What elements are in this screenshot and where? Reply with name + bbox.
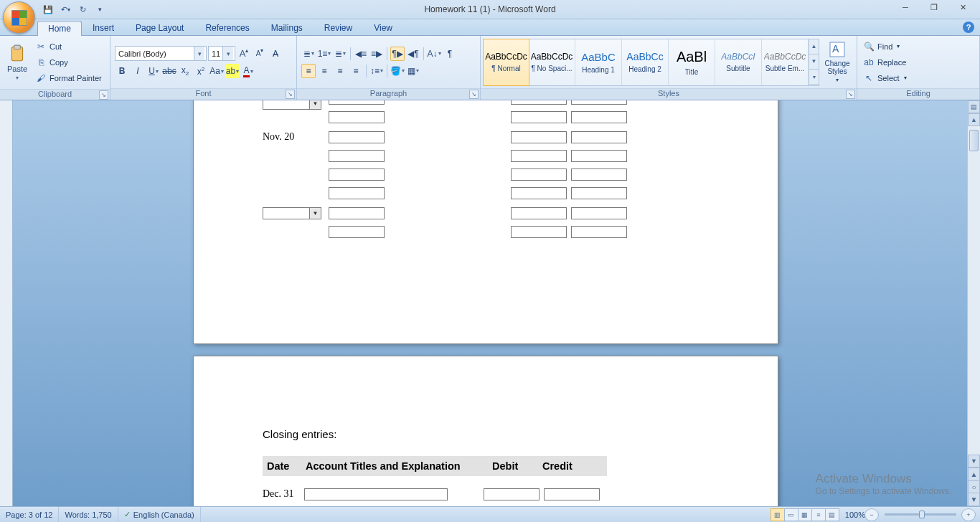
justify-button[interactable]: ≡ <box>349 64 363 78</box>
scroll-down-button[interactable]: ▼ <box>968 455 980 468</box>
format-painter-button[interactable]: 🖌Format Painter <box>32 70 105 86</box>
rtl-button[interactable]: ◀¶ <box>406 47 420 61</box>
qat-customize[interactable]: ▾ <box>92 2 108 16</box>
gallery-down[interactable]: ▼ <box>809 54 819 70</box>
view-print-layout[interactable]: ▥ <box>771 508 785 521</box>
zoom-level[interactable]: 100% <box>845 511 865 519</box>
copy-button[interactable]: ⎘Copy <box>32 54 105 70</box>
view-full-screen[interactable]: ▭ <box>784 508 798 521</box>
browse-object-button[interactable]: ○ <box>968 481 980 494</box>
borders-button[interactable]: ▦ <box>406 64 420 78</box>
qat-save[interactable]: 💾 <box>40 2 56 16</box>
shrink-font-button[interactable]: A▾ <box>253 47 267 61</box>
increase-indent-button[interactable]: ≡▶ <box>369 47 384 61</box>
form-field[interactable] <box>329 150 385 162</box>
form-field[interactable] <box>329 111 385 123</box>
replace-button[interactable]: abReplace <box>859 54 910 70</box>
tab-view[interactable]: View <box>363 20 403 35</box>
form-field[interactable] <box>511 226 567 238</box>
shading-button[interactable]: 🪣 <box>390 64 405 78</box>
font-size-combo[interactable]: 11 <box>208 46 235 61</box>
zoom-out-button[interactable]: − <box>864 508 879 521</box>
underline-button[interactable]: U <box>146 64 161 78</box>
style-item[interactable]: AaBbCHeading 1 <box>575 39 622 85</box>
form-field[interactable] <box>511 100 567 105</box>
scroll-up-button[interactable]: ▲ <box>968 113 980 126</box>
form-field[interactable] <box>544 488 600 500</box>
styles-launcher[interactable]: ↘ <box>846 90 855 99</box>
minimize-button[interactable]: ─ <box>891 0 920 14</box>
font-name-combo[interactable]: Calibri (Body) <box>115 46 207 61</box>
status-language[interactable]: ✓English (Canada) <box>118 507 201 522</box>
gallery-more[interactable]: ▾ <box>809 70 819 85</box>
form-field[interactable] <box>571 169 627 181</box>
form-field[interactable] <box>571 131 627 143</box>
zoom-slider[interactable] <box>885 513 956 516</box>
font-launcher[interactable]: ↘ <box>286 90 295 99</box>
form-field[interactable] <box>329 131 385 143</box>
form-field[interactable] <box>511 111 567 123</box>
tab-page-layout[interactable]: Page Layout <box>125 20 194 35</box>
paragraph-launcher[interactable]: ↘ <box>469 90 479 99</box>
qat-redo[interactable]: ↻ <box>75 2 90 16</box>
form-field[interactable] <box>484 488 540 500</box>
view-draft[interactable]: ▤ <box>825 508 839 521</box>
strikethrough-button[interactable]: abc <box>162 64 176 78</box>
next-page-button[interactable]: ▼ <box>968 493 980 506</box>
align-right-button[interactable]: ≡ <box>333 64 347 78</box>
scroll-thumb[interactable] <box>969 130 979 151</box>
line-spacing-button[interactable]: ↕≡ <box>369 64 384 78</box>
grow-font-button[interactable]: A▴ <box>237 47 251 61</box>
ltr-button[interactable]: ¶▶ <box>390 47 405 61</box>
prev-page-button[interactable]: ▲ <box>968 468 980 481</box>
tab-review[interactable]: Review <box>314 20 363 35</box>
maximize-button[interactable]: ❐ <box>920 0 948 14</box>
form-field[interactable] <box>571 111 627 123</box>
style-item[interactable]: AaBbCcHeading 2 <box>622 39 669 85</box>
scroll-track[interactable] <box>968 126 980 455</box>
form-field[interactable] <box>511 169 567 181</box>
document-page[interactable]: Nov. 20 <box>193 100 778 344</box>
status-page[interactable]: Page: 3 of 12 <box>0 507 59 522</box>
bold-button[interactable]: B <box>115 64 129 78</box>
highlight-button[interactable]: ab <box>225 64 240 78</box>
status-words[interactable]: Words: 1,750 <box>59 507 118 522</box>
sort-button[interactable]: A↓ <box>427 47 441 61</box>
style-item[interactable]: AaBbCcDcSubtle Em... <box>762 39 809 85</box>
vertical-ruler[interactable] <box>0 100 13 506</box>
paste-button[interactable]: Paste ▾ <box>3 37 32 87</box>
form-field[interactable] <box>329 187 385 199</box>
clipboard-launcher[interactable]: ↘ <box>99 90 108 100</box>
qat-undo[interactable]: ↶▾ <box>57 2 73 16</box>
zoom-slider-thumb[interactable] <box>919 511 925 518</box>
superscript-button[interactable]: x2 <box>194 64 208 78</box>
form-field[interactable] <box>304 488 448 500</box>
form-select[interactable] <box>263 100 321 110</box>
form-field[interactable] <box>329 207 385 219</box>
document-page[interactable]: Closing entries: Date Account Titles and… <box>193 356 778 506</box>
view-outline[interactable]: ≡ <box>811 508 826 521</box>
form-field[interactable] <box>329 169 385 181</box>
form-field[interactable] <box>511 187 567 199</box>
change-case-button[interactable]: Aa <box>209 64 224 78</box>
zoom-in-button[interactable]: + <box>961 508 976 521</box>
form-field[interactable] <box>329 226 385 238</box>
clear-formatting-button[interactable]: A̶ <box>268 47 283 61</box>
decrease-indent-button[interactable]: ◀≡ <box>354 47 368 61</box>
bullets-button[interactable]: ≣ <box>301 47 316 61</box>
style-item[interactable]: AaBbCcISubtitle <box>715 39 762 85</box>
help-icon[interactable]: ? <box>963 22 974 33</box>
form-field[interactable] <box>329 100 385 105</box>
ruler-toggle[interactable]: ▤ <box>968 100 980 113</box>
multilevel-button[interactable]: ≣ <box>333 47 347 61</box>
gallery-up[interactable]: ▲ <box>809 39 819 54</box>
align-left-button[interactable]: ≡ <box>301 64 316 78</box>
style-item[interactable]: AaBbCcDc¶ Normal <box>483 39 529 86</box>
form-field[interactable] <box>571 226 627 238</box>
tab-references[interactable]: References <box>194 20 260 35</box>
find-button[interactable]: 🔍Find▾ <box>859 39 910 54</box>
office-button[interactable] <box>3 1 35 34</box>
form-select[interactable] <box>263 207 321 219</box>
form-field[interactable] <box>571 207 627 219</box>
vertical-scrollbar[interactable]: ▤ ▲ ▼ ▲ ○ ▼ <box>967 100 980 506</box>
